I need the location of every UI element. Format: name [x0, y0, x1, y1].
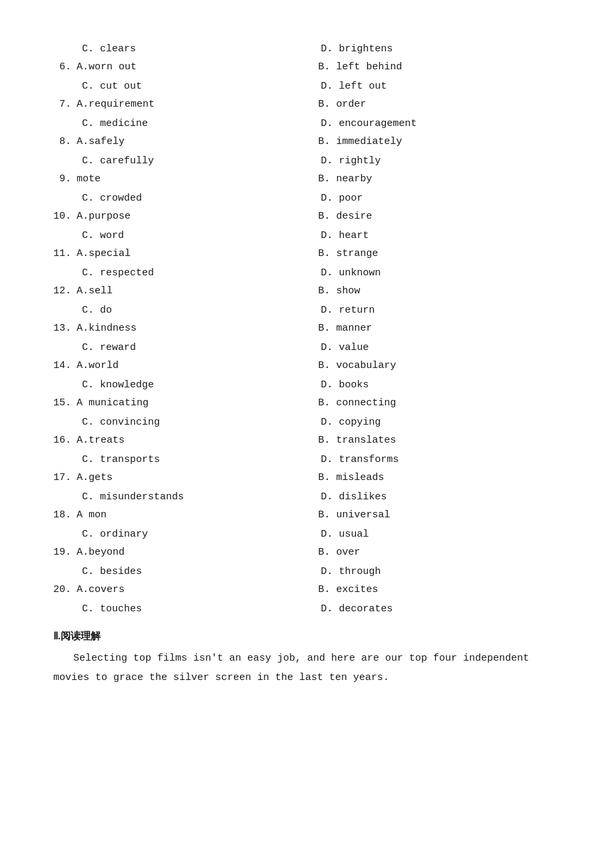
q12-optionB: B. show	[318, 282, 560, 300]
q8-optionB: B. immediately	[318, 133, 560, 151]
q17-optionD: D. dislikes	[321, 488, 560, 506]
q12-optionD: D. return	[321, 301, 560, 319]
q10-optionD: D. heart	[321, 227, 560, 245]
question-15: 15. A municating B. connecting	[53, 394, 560, 412]
q15-optionD: D. copying	[321, 413, 560, 431]
q13-optionD: D. value	[321, 339, 560, 357]
q6-optionD: D. left out	[321, 77, 560, 95]
q14-number: 14.	[53, 357, 77, 375]
q10-cd: C. word D. heart	[82, 227, 560, 245]
question-14: 14. A.world B. vocabulary	[53, 357, 560, 375]
q15-optionC: C. convincing	[82, 413, 321, 431]
question-12: 12. A.sell B. show	[53, 282, 560, 300]
question-10: 10. A.purpose B. desire	[53, 207, 560, 225]
q17-cd: C. misunderstands D. dislikes	[82, 488, 560, 506]
q20-cd: C. touches D. decorates	[82, 600, 560, 618]
q14-optionD: D. books	[321, 376, 560, 394]
reading-passage: Selecting top films isn't an easy job, a…	[53, 649, 560, 687]
q18-optionA: A mon	[77, 506, 318, 524]
q13-cd: C. reward D. value	[82, 339, 560, 357]
q19-optionC: C. besides	[82, 563, 321, 581]
question-16: 16. A.treats B. translates	[53, 431, 560, 449]
q14-optionC: C. knowledge	[82, 376, 321, 394]
q14-optionB: B. vocabulary	[318, 357, 560, 375]
q19-number: 19.	[53, 543, 77, 561]
q12-number: 12.	[53, 282, 77, 300]
q6-optionC: C. cut out	[82, 77, 321, 95]
q11-number: 11.	[53, 245, 77, 263]
q11-optionA: A.special	[77, 245, 318, 263]
q16-optionB: B. translates	[318, 431, 560, 449]
q9-optionC: C. crowded	[82, 189, 321, 207]
q19-optionD: D. through	[321, 563, 560, 581]
q18-optionD: D. usual	[321, 525, 560, 543]
q10-optionC: C. word	[82, 227, 321, 245]
q19-optionB: B. over	[318, 543, 560, 561]
q15-optionA: A municating	[77, 394, 318, 412]
q16-number: 16.	[53, 431, 77, 449]
q11-optionD: D. unknown	[321, 264, 560, 282]
q17-optionC: C. misunderstands	[82, 488, 321, 506]
q18-optionC: C. ordinary	[82, 525, 321, 543]
q9-number: 9.	[53, 170, 77, 188]
q13-number: 13.	[53, 319, 77, 337]
option-d-5: D. brightens	[321, 40, 560, 58]
q7-optionC: C. medicine	[82, 115, 321, 133]
q13-optionC: C. reward	[82, 339, 321, 357]
q7-optionB: B. order	[318, 95, 560, 113]
q20-optionB: B. excites	[318, 581, 560, 599]
q18-cd: C. ordinary D. usual	[82, 525, 560, 543]
q10-optionB: B. desire	[318, 207, 560, 225]
q8-optionC: C. carefully	[82, 152, 321, 170]
q7-optionA: A.requirement	[77, 95, 318, 113]
q17-number: 17.	[53, 469, 77, 487]
q14-cd: C. knowledge D. books	[82, 376, 560, 394]
q20-optionA: A.covers	[77, 581, 318, 599]
q18-number: 18.	[53, 506, 77, 524]
q11-optionC: C. respected	[82, 264, 321, 282]
q10-optionA: A.purpose	[77, 207, 318, 225]
q9-optionA: mote	[77, 170, 318, 188]
q12-optionA: A.sell	[77, 282, 318, 300]
q10-number: 10.	[53, 207, 77, 225]
q8-number: 8.	[53, 133, 77, 151]
q7-number: 7.	[53, 95, 77, 113]
q13-optionA: A.kindness	[77, 319, 318, 337]
question-continuation-5: C. clears D. brightens	[82, 40, 560, 58]
question-13: 13. A.kindness B. manner	[53, 319, 560, 337]
q12-cd: C. do D. return	[82, 301, 560, 319]
q17-optionA: A.gets	[77, 469, 318, 487]
q15-cd: C. convincing D. copying	[82, 413, 560, 431]
q6-optionB: B. left behind	[318, 58, 560, 76]
q7-cd: C. medicine D. encouragement	[82, 115, 560, 133]
q11-cd: C. respected D. unknown	[82, 264, 560, 282]
q16-optionC: C. transports	[82, 451, 321, 469]
q20-optionC: C. touches	[82, 600, 321, 618]
q16-cd: C. transports D. transforms	[82, 451, 560, 469]
q15-optionB: B. connecting	[318, 394, 560, 412]
q19-cd: C. besides D. through	[82, 563, 560, 581]
question-19: 19. A.beyond B. over	[53, 543, 560, 561]
q18-optionB: B. universal	[318, 506, 560, 524]
q17-optionB: B. misleads	[318, 469, 560, 487]
section2-title: Ⅱ.阅读理解	[53, 627, 560, 645]
q16-optionA: A.treats	[77, 431, 318, 449]
question-20: 20. A.covers B. excites	[53, 581, 560, 599]
q9-optionD: D. poor	[321, 189, 560, 207]
question-9: 9. mote B. nearby	[53, 170, 560, 188]
question-8: 8. A.safely B. immediately	[53, 133, 560, 151]
question-6: 6. A.worn out B. left behind	[53, 58, 560, 76]
q14-optionA: A.world	[77, 357, 318, 375]
q6-cd: C. cut out D. left out	[82, 77, 560, 95]
question-7: 7. A.requirement B. order	[53, 95, 560, 113]
q19-optionA: A.beyond	[77, 543, 318, 561]
q11-optionB: B. strange	[318, 245, 560, 263]
q15-number: 15.	[53, 394, 77, 412]
q8-optionA: A.safely	[77, 133, 318, 151]
q6-optionA: A.worn out	[77, 58, 318, 76]
q12-optionC: C. do	[82, 301, 321, 319]
q8-optionD: D. rightly	[321, 152, 560, 170]
option-c-5: C. clears	[82, 40, 321, 58]
q20-number: 20.	[53, 581, 77, 599]
q9-optionB: B. nearby	[318, 170, 560, 188]
